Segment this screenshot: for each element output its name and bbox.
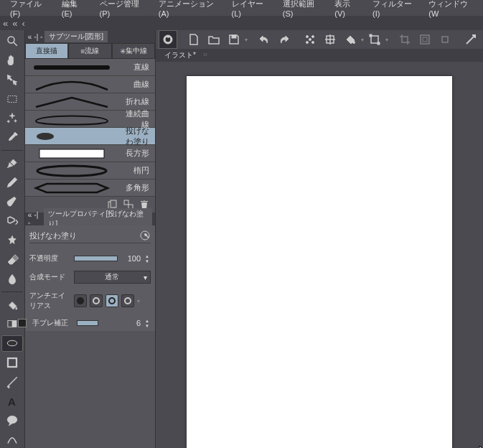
svg-point-23 [312,42,314,44]
opacity-slider[interactable] [74,256,118,261]
nav-chevron-3[interactable]: ‹ [22,18,24,29]
canvas[interactable] [187,76,452,448]
crop-icon[interactable] [395,30,414,49]
subtool-rectangle[interactable]: 長方形 [25,145,155,162]
ruler-tool[interactable] [1,374,23,391]
svg-point-20 [306,36,309,38]
redo-icon[interactable] [275,30,294,49]
subtool-curve[interactable]: 曲線 [25,76,155,93]
menu-view[interactable]: 表示(V) [327,0,365,18]
menu-bar: ファイル(F) 編集(E) ページ管理(P) アニメーション(A) レイヤー(L… [0,0,483,16]
group-direct-draw[interactable]: 直接描 [25,43,68,59]
subtool-label: 投げなわ塗り [118,126,155,147]
balloon-tool[interactable] [1,412,23,429]
opacity-spinner[interactable]: ▲▼ [144,253,151,263]
fill-tool[interactable] [1,297,23,313]
fill-cmd-icon[interactable] [341,30,360,49]
aa-option-weak[interactable] [90,294,103,307]
nav-chevron-1[interactable]: « [3,18,8,29]
antialias-label: アンチエイリアス [29,291,71,311]
subtool-ellipse[interactable]: 楕円 [25,162,155,179]
wand-tool[interactable] [1,110,23,126]
blend-tool[interactable] [1,271,23,287]
menu-window[interactable]: ウィンドウ(W [421,0,480,18]
stabilize-value[interactable]: 6 [121,319,141,327]
svg-rect-34 [442,37,448,42]
eyedropper-tool[interactable] [1,129,23,146]
menu-file[interactable]: ファイル(F) [3,0,55,18]
rotate-canvas-icon[interactable] [436,30,454,49]
group-stream-line[interactable]: ≡ 流線 [68,43,111,59]
menu-page[interactable]: ページ管理(P) [93,0,151,18]
cut-icon[interactable] [321,30,339,49]
brush-tool[interactable] [1,194,23,210]
pencil-tool[interactable] [1,174,23,191]
svg-point-9 [7,416,17,424]
menu-edit[interactable]: 編集(E) [55,0,93,18]
panel-column: « ◦| ◦ サブツール[図形] 直接描 ≡ 流線 ✳ 集中線 直線 曲線 折れ… [25,30,156,448]
snap-icon[interactable] [461,30,480,49]
aa-option-none[interactable] [74,294,87,307]
prop-stabilize-row: 手ブレ補正 6 ▲▼ [29,318,151,328]
transform-icon[interactable] [365,30,384,49]
menu-selection[interactable]: 選択範囲(S) [276,0,327,18]
save-file-icon[interactable] [225,30,243,49]
new-file-icon[interactable] [184,30,203,49]
stabilize-checkbox[interactable] [18,319,27,327]
autosave-icon[interactable] [159,30,177,49]
eraser-tool[interactable] [1,251,23,268]
menu-filter[interactable]: フィルター(I) [365,0,421,18]
clear-icon[interactable] [301,30,319,49]
close-tab-icon[interactable]: ○ [203,50,207,58]
subtool-label: 長方形 [118,148,155,159]
prop-opacity-row: 不透明度 100 ▲▼ [29,253,151,263]
prop-antialias-row: アンチエイリアス ▾ [29,291,151,311]
subtool-label: 直線 [118,62,155,73]
subtool-polygon[interactable]: 多角形 [25,179,155,197]
opacity-value[interactable]: 100 [121,254,141,263]
magnifier-tool[interactable] [1,33,23,50]
text-tool[interactable]: A [1,393,23,409]
subtool-label: 曲線 [118,79,155,90]
subtool-lasso-fill[interactable]: 投げなわ塗り [25,128,155,145]
marquee-tool[interactable] [1,91,23,108]
menu-animation[interactable]: アニメーション(A) [151,0,225,18]
airbrush-tool[interactable] [1,213,23,230]
group-concentration-line[interactable]: ✳ 集中線 [112,43,155,59]
svg-rect-15 [111,200,116,207]
blend-mode-dropdown[interactable]: 通常 [74,271,151,284]
move-tool[interactable] [1,72,23,88]
stabilize-label: 手ブレ補正 [32,318,74,328]
document-tab-label: イラスト* [164,51,196,59]
svg-point-24 [309,39,311,41]
subtool-straight-line[interactable]: 直線 [25,59,155,76]
property-name: 投げなわ塗り [29,230,77,241]
correct-line-tool[interactable] [1,431,23,448]
open-file-icon[interactable] [205,30,223,49]
decoration-tool[interactable] [1,233,23,249]
svg-line-1 [14,43,17,47]
canvas-viewport[interactable] [156,62,483,448]
subtool-list: 直線 曲線 折れ線 連続曲線 投げなわ塗り 長方形 [25,59,155,197]
canvas-size-icon[interactable] [416,30,434,49]
aa-option-mid[interactable] [105,294,118,307]
hand-tool[interactable] [1,52,23,69]
document-tab[interactable]: イラスト* ○ [159,49,210,62]
svg-rect-19 [232,35,236,38]
mouse-cursor-icon [479,445,483,448]
menu-layer[interactable]: レイヤー(L) [225,0,276,18]
tool-property-header: « ◦| ◦ ツールプロパティ[投げなわ塗り] [25,213,155,225]
stabilize-slider[interactable] [77,320,98,326]
pen-tool[interactable] [1,155,23,172]
command-bar: ▾ ▾ ▾ [156,30,483,49]
undo-icon[interactable] [255,30,273,49]
svg-point-11 [37,133,54,140]
svg-rect-30 [370,34,372,37]
stabilize-spinner[interactable]: ▲▼ [144,318,151,328]
nav-chevron-2[interactable]: « [12,18,17,29]
aa-option-strong[interactable] [121,294,134,307]
svg-rect-32 [421,35,429,44]
wrench-icon[interactable] [139,230,151,241]
frame-tool[interactable] [1,355,23,371]
figure-tool[interactable] [1,335,23,352]
